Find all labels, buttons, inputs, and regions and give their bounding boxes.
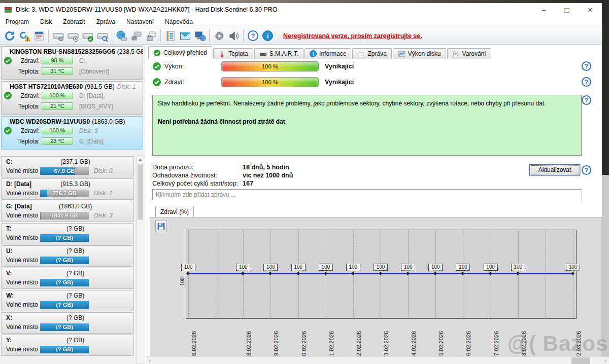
disk-size: (238,5 GB) (117, 48, 143, 55)
tab-vykon-disku[interactable]: Výkon disku (393, 48, 446, 59)
disk-surface-icon[interactable] (65, 29, 80, 43)
scrollbar-thumb[interactable] (138, 164, 143, 220)
free-space-label: Volné místo (6, 301, 38, 308)
menu-disk[interactable]: Disk (35, 18, 57, 25)
partition-size: (1863,0 GB) (59, 203, 92, 210)
settings-gear-icon[interactable] (212, 29, 226, 43)
app-icon (4, 6, 12, 14)
value-label: 100 (291, 264, 306, 271)
status-text-box: Stav harddisku je perfektní. Nenalezeny … (152, 95, 582, 156)
sounds-icon[interactable] (226, 29, 241, 43)
update-button[interactable]: Aktualizovat (529, 164, 580, 175)
status-line1: Stav harddisku je perfektní. Nenalezeny … (158, 99, 576, 108)
log-icon[interactable] (163, 29, 178, 43)
menu-zobrazit[interactable]: Zobrazit (57, 18, 90, 25)
help-icon[interactable] (582, 165, 591, 175)
partition-row[interactable]: X:(? GB)Volné místo(? GB) (1, 312, 134, 334)
health-ok-icon (4, 56, 12, 65)
health-bar: 98 % (42, 57, 73, 64)
scrollbar-thumb[interactable] (571, 357, 590, 364)
tab-zprava[interactable]: Zpráva (352, 48, 391, 59)
health-row: Zdraví: 100 % Vynikající (152, 77, 354, 87)
disk-plug-icon[interactable] (144, 29, 158, 43)
health-bar: 100 % (42, 127, 73, 134)
note-input[interactable] (152, 189, 582, 200)
help-icon[interactable] (246, 29, 260, 43)
check-icon (153, 49, 161, 57)
partition-row[interactable]: U:(? GB)Volné místo(? GB) (1, 245, 134, 267)
gridline (463, 230, 463, 319)
mail-icon[interactable] (178, 29, 192, 43)
x-axis-date: 18.02.2026 (240, 321, 247, 360)
partition-size: (? GB) (66, 292, 84, 299)
menu-zprava[interactable]: Zpráva (91, 18, 121, 25)
tab-teplota[interactable]: Teplota (213, 48, 253, 59)
menu-program[interactable]: Program (0, 18, 35, 25)
scroll-left-arrow[interactable] (146, 357, 154, 364)
value-label: 100 (263, 264, 278, 271)
partition-row[interactable]: D: [Data](915,3 GB)Volné místo776,7 GBDi… (1, 178, 134, 200)
menu-napoveda[interactable]: Nápověda (159, 18, 198, 25)
chart-tab-zdravi[interactable]: Zdraví (%) (155, 206, 194, 217)
free-space-label: Volné místo (6, 167, 38, 174)
partition-size: (? GB) (66, 270, 84, 277)
disk-unplug-icon[interactable] (129, 29, 144, 43)
health-bar: 100 % (42, 92, 73, 99)
toolbar-separator (48, 29, 49, 43)
partition-row[interactable]: C:(237,1 GB)Volné místo67,0 GBDisk: 0 (1, 156, 134, 177)
partition-label: G: [Data] (6, 203, 32, 210)
info-icon[interactable] (260, 29, 275, 43)
help-icon[interactable] (582, 77, 591, 87)
tab-varovani[interactable]: Varování (447, 48, 491, 59)
free-space-bar: 67,0 GB (40, 167, 89, 175)
tab-celkovy-prehled[interactable]: Celkový přehled (148, 46, 212, 59)
scroll-up-arrow[interactable] (137, 156, 144, 163)
free-space-value: (? GB) (40, 234, 89, 242)
refresh-icon[interactable] (2, 29, 17, 43)
desktop-edge (602, 0, 609, 175)
free-space-value: (? GB) (40, 279, 89, 286)
network-disk-icon[interactable] (114, 29, 129, 43)
help-icon[interactable] (582, 61, 591, 71)
horizontal-scrollbar[interactable] (146, 356, 609, 364)
report-icon[interactable] (31, 29, 46, 43)
temp-bar: 21 °C (42, 102, 73, 110)
help-icon[interactable] (582, 95, 591, 105)
free-space-label: Volné místo (6, 190, 38, 197)
info-icon (310, 50, 317, 57)
refresh-warning-icon[interactable] (17, 29, 31, 43)
register-link[interactable]: Neregistrovaná verze, prosím zaregistruj… (283, 32, 422, 40)
partition-row[interactable]: T:(? GB)Volné místo(? GB) (1, 223, 134, 244)
disk-card-wdc-selected[interactable]: WDC WD20SDRW-11VUUS0(1863,0 GB) Zdraví:1… (1, 116, 143, 150)
partition-row[interactable]: V:(? GB)Volné místo(? GB) (1, 268, 134, 289)
disk-card-hgst[interactable]: HGST HTS721010A9E630(931,5 GB)Disk: 1 Zd… (1, 81, 143, 115)
performance-rating: Vynikající (325, 63, 354, 70)
tab-smart[interactable]: S.M.A.R.T. (254, 48, 303, 59)
chart-plot: 100 10016.02.202610018.02.202610019.02.2… (186, 230, 577, 319)
disk-volumes2: G: [Data] (79, 138, 104, 145)
partition-row[interactable]: Y:(? GB)Volné místo(? GB) (1, 335, 134, 356)
save-chart-button[interactable] (155, 221, 167, 232)
partition-label: Y: (6, 337, 12, 344)
free-space-label: Volné místo (6, 346, 38, 353)
check-icon (152, 62, 161, 71)
health-rating: Vynikající (325, 79, 354, 86)
disk-accept-icon[interactable] (80, 29, 95, 43)
value-label: 100 (456, 264, 470, 271)
scroll-right-arrow[interactable] (601, 357, 609, 364)
watermark: @( Bazos.cz (507, 332, 609, 356)
close-button[interactable] (579, 3, 602, 16)
disk-search-icon[interactable] (95, 29, 110, 43)
tab-bar: Celkový přehled Teplota S.M.A.R.T. Infor… (146, 46, 602, 59)
partition-row[interactable]: W:(? GB)Volné místo(? GB) (1, 290, 134, 311)
minimize-button[interactable] (532, 3, 555, 16)
partition-scrollbar[interactable] (137, 155, 144, 364)
disk-status-icon[interactable] (51, 29, 65, 43)
partition-row[interactable]: G: [Data](1863,0 GB)Volné místo1841,9 GB… (1, 201, 134, 222)
disk-volumes2: [BIOS_RVY] (79, 103, 113, 110)
tab-informace[interactable]: Informace (304, 48, 351, 59)
network-icon[interactable] (192, 29, 207, 43)
menu-nastaveni[interactable]: Nastavení (121, 18, 159, 25)
maximize-button[interactable] (555, 3, 579, 16)
disk-card-kingston[interactable]: KINGSTON RBU-SNS8152S3256GG5(238,5 GB)Di… (1, 46, 143, 80)
